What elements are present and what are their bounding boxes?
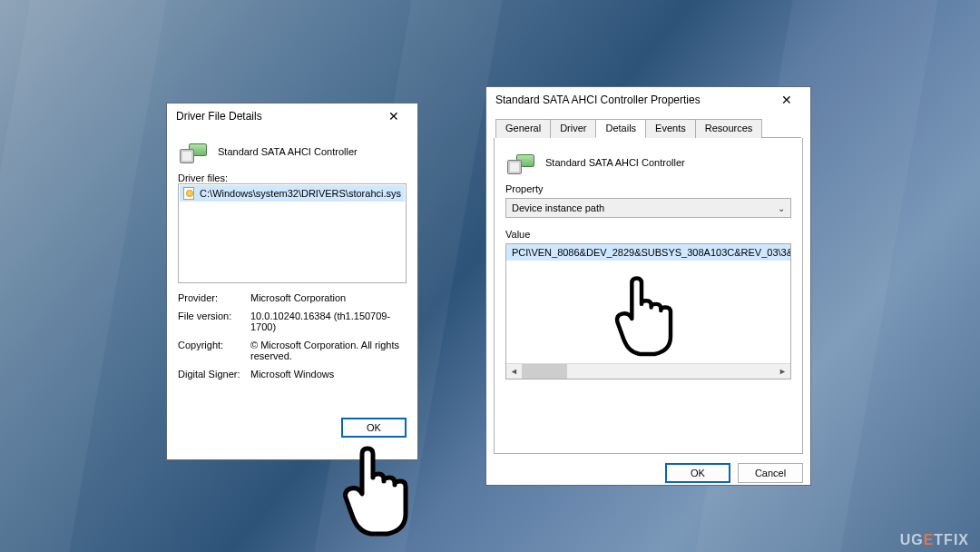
driver-files-label: Driver files: [178, 172, 407, 183]
titlebar[interactable]: Standard SATA AHCI Controller Properties… [486, 87, 810, 113]
driver-file-details-dialog: Driver File Details ✕ Standard SATA AHCI… [166, 103, 418, 460]
cancel-button[interactable]: Cancel [738, 463, 803, 483]
device-name: Standard SATA AHCI Controller [218, 146, 358, 157]
watermark: UGETFIX [900, 532, 969, 548]
value-list[interactable]: PCI\VEN_8086&DEV_2829&SUBSYS_308A103C&RE… [505, 243, 791, 380]
signer-label: Digital Signer: [178, 369, 250, 380]
chevron-down-icon: ⌄ [778, 203, 785, 213]
ok-button[interactable]: OK [665, 463, 730, 483]
tabstrip: General Driver Details Events Resources [495, 118, 801, 138]
device-icon [507, 151, 536, 174]
tab-driver[interactable]: Driver [550, 119, 596, 138]
device-name: Standard SATA AHCI Controller [545, 157, 685, 168]
provider-label: Provider: [178, 292, 250, 303]
tab-general[interactable]: General [495, 119, 551, 138]
property-combo-value: Device instance path [512, 202, 604, 213]
property-label: Property [505, 183, 791, 194]
file-path: C:\Windows\system32\DRIVERS\storahci.sys [200, 188, 401, 199]
copyright-value: © Microsoft Corporation. All rights rese… [250, 340, 407, 361]
tab-details[interactable]: Details [595, 119, 646, 138]
dialog-title: Standard SATA AHCI Controller Properties [495, 94, 701, 106]
close-icon[interactable]: ✕ [769, 90, 805, 110]
fileversion-value: 10.0.10240.16384 (th1.150709-1700) [250, 310, 407, 332]
list-item[interactable]: C:\Windows\system32\DRIVERS\storahci.sys [180, 185, 405, 202]
scroll-left-icon[interactable]: ◄ [506, 364, 522, 379]
ok-button[interactable]: OK [341, 418, 407, 438]
scroll-right-icon[interactable]: ► [775, 364, 790, 379]
device-icon [180, 140, 209, 163]
fileversion-label: File version: [178, 310, 250, 332]
list-item[interactable]: PCI\VEN_8086&DEV_2829&SUBSYS_308A103C&RE… [506, 244, 790, 261]
dialog-title: Driver File Details [176, 110, 262, 123]
close-icon[interactable]: ✕ [376, 106, 412, 126]
provider-value: Microsoft Corporation [250, 292, 407, 303]
value-label: Value [505, 229, 791, 240]
property-combo[interactable]: Device instance path ⌄ [505, 198, 791, 218]
properties-dialog: Standard SATA AHCI Controller Properties… [485, 86, 811, 486]
tab-resources[interactable]: Resources [695, 119, 763, 138]
file-icon [183, 187, 194, 200]
copyright-label: Copyright: [178, 340, 250, 361]
signer-value: Microsoft Windows [250, 369, 407, 380]
scroll-thumb[interactable] [522, 364, 567, 379]
h-scrollbar[interactable]: ◄ ► [506, 363, 790, 379]
titlebar[interactable]: Driver File Details ✕ [167, 104, 417, 129]
driver-files-list[interactable]: C:\Windows\system32\DRIVERS\storahci.sys [178, 183, 407, 283]
tab-events[interactable]: Events [645, 119, 696, 138]
